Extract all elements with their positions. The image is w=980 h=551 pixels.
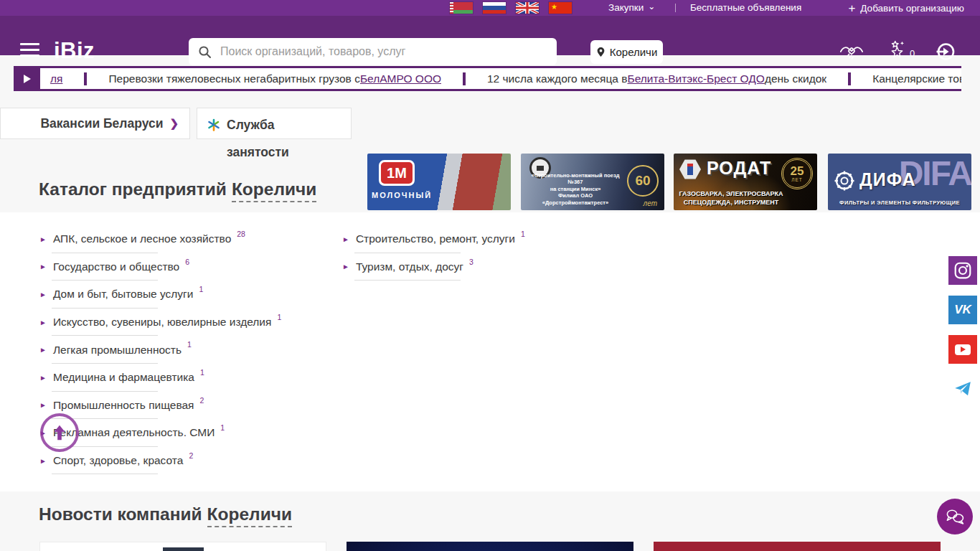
site-logo[interactable]: iBiz <box>54 38 95 64</box>
category-count: 1 <box>521 230 525 238</box>
category-column-left: АПК, сельское и лесное хозяйство28 Госуд… <box>39 225 341 474</box>
add-organization-link[interactable]: Добавить организацию <box>848 0 964 16</box>
catalog-section: АПК, сельское и лесное хозяйство28 Госуд… <box>0 212 980 491</box>
russia-flag-icon[interactable] <box>483 2 506 14</box>
ticker-play-icon[interactable] <box>14 68 40 89</box>
social-sidebar <box>948 256 977 414</box>
youtube-icon[interactable] <box>948 335 977 364</box>
login-icon[interactable] <box>935 42 956 65</box>
search-input[interactable] <box>219 44 547 59</box>
procurement-menu[interactable]: Закупки <box>608 0 655 16</box>
ticker-link[interactable]: Белита-Витэкс-Брест ОДО <box>627 72 764 85</box>
ticker-link[interactable]: БелАМРО ООО <box>360 72 441 85</box>
uk-flag-svg <box>516 2 539 14</box>
chevron-right-icon <box>169 117 179 130</box>
banner-smp-line3: Филиал ОАО «Дорстроймонтажтрест» <box>525 192 626 206</box>
category-label: Искусство, сувениры, ювелирные изделия <box>53 316 272 329</box>
news-card-logo <box>163 547 204 551</box>
category-household[interactable]: Дом и быт, бытовые услуги1 <box>39 281 341 309</box>
ticker-link[interactable]: ля <box>50 72 62 85</box>
belarus-flag-icon[interactable] <box>450 2 473 14</box>
category-label: Промышленность пищевая <box>53 399 194 412</box>
category-art[interactable]: Искусство, сувениры, ювелирные изделия1 <box>39 309 341 336</box>
catalog-title-prefix: Каталог предприятий <box>39 179 227 199</box>
category-label: Медицина и фармацевтика <box>53 371 194 384</box>
banner-1m-molochny[interactable]: 1М МОЛОЧНЫЙ <box>367 154 511 210</box>
ticker-text: 12 числа каждого месяца в <box>487 72 627 85</box>
banner-difa-title: ДИФА <box>859 169 916 190</box>
category-construction[interactable]: Строительство, ремонт, услуги1 <box>342 225 644 253</box>
news-card[interactable] <box>347 542 633 551</box>
category-count: 6 <box>185 258 189 266</box>
vk-icon[interactable] <box>948 296 977 324</box>
category-count: 2 <box>199 396 204 405</box>
tab-vacancies-belarus[interactable]: Вакансии Беларуси <box>0 108 190 139</box>
top-strip: Закупки Бесплатные объявления Добавить о… <box>0 0 980 16</box>
ticker-segment: Канцелярские товар <box>872 72 961 85</box>
category-count: 2 <box>189 451 193 460</box>
tab-employment-label: Служба занятости <box>227 111 301 166</box>
favorites-stars-icon[interactable]: 0 <box>887 39 915 60</box>
tab-employment-service[interactable]: Служба занятости <box>197 108 352 139</box>
instagram-icon[interactable] <box>948 256 977 285</box>
banner-rodat-badge: 25 ЛЕТ <box>781 158 813 189</box>
scroll-to-top-button[interactable] <box>40 413 79 452</box>
news-card[interactable] <box>39 542 326 551</box>
ticker-text: Канцелярские товар <box>872 72 961 85</box>
category-count: 3 <box>469 258 473 266</box>
arrow-up-icon <box>49 422 70 443</box>
category-sport[interactable]: Спорт, здоровье, красота2 <box>39 447 341 475</box>
category-light-industry[interactable]: Легкая промышленность1 <box>39 336 341 364</box>
banner-smp-line1: «Строительно-монтажный поезд №367 <box>525 172 626 186</box>
category-count: 1 <box>199 285 203 293</box>
chat-widget-button[interactable] <box>937 499 973 534</box>
banner-rodat-badge-sub: ЛЕТ <box>791 177 803 182</box>
banner-difa[interactable]: DIFA ДИФА ФИЛЬТРЫ И ЭЛЕМЕНТЫ ФИЛЬТРУЮЩИЕ <box>828 154 971 210</box>
ticker-segment: ля <box>50 72 62 85</box>
category-count: 1 <box>200 368 204 377</box>
telegram-icon[interactable] <box>948 375 977 403</box>
banner-rodat[interactable]: РОДАТ 25 ЛЕТ ГАЗОСВАРКА, ЭЛЕКТРОСВАРКА С… <box>674 154 817 210</box>
category-government[interactable]: Государство и общество6 <box>39 253 341 281</box>
ticker-text: день скидок <box>765 72 826 85</box>
category-medicine[interactable]: Медицина и фармацевтика1 <box>39 364 341 392</box>
category-label: Спорт, здоровье, красота <box>53 454 183 467</box>
language-flags <box>450 2 572 14</box>
uk-flag-icon[interactable] <box>516 2 539 14</box>
news-city-link[interactable]: Кореличи <box>207 504 292 527</box>
category-count: 1 <box>277 313 281 321</box>
banner-rodat-badge-number: 25 <box>791 166 804 177</box>
ticker-text: Перевозки тяжеловесных негабаритных груз… <box>108 72 359 85</box>
employment-service-icon <box>207 118 220 131</box>
partnership-handshake-icon[interactable] <box>838 41 865 65</box>
banner-smp-badge-sub: лет <box>644 199 657 207</box>
category-column-right: Строительство, ремонт, услуги1 Туризм, о… <box>342 225 644 281</box>
free-ads-link[interactable]: Бесплатные объявления <box>690 0 801 16</box>
category-tourism[interactable]: Туризм, отдых, досуг3 <box>342 253 644 281</box>
category-advertising[interactable]: Рекламная деятельность. СМИ1 <box>39 419 341 447</box>
category-count: 28 <box>237 230 245 238</box>
page: Закупки Бесплатные объявления Добавить о… <box>0 0 980 551</box>
banner-1m-subtitle: МОЛОЧНЫЙ <box>372 191 432 199</box>
catalog-title: Каталог предприятийКореличи <box>39 179 316 199</box>
news-title-prefix: Новости компаний <box>39 504 202 524</box>
china-flag-icon[interactable] <box>549 2 572 14</box>
favorites-count: 0 <box>910 48 915 59</box>
banner-rodat-welder-icon <box>679 159 701 180</box>
banner-rodat-line2: СПЕЦОДЕЖДА, ИНСТРУМЕНТ <box>674 198 788 207</box>
ticker-segment: 12 числа каждого месяца в Белита-Витэкс-… <box>487 72 826 85</box>
category-count: 1 <box>187 340 192 349</box>
news-card[interactable] <box>654 542 941 551</box>
category-food-industry[interactable]: Промышленность пищевая2 <box>39 392 341 420</box>
catalog-city-link[interactable]: Кореличи <box>232 179 316 202</box>
banner-dorstroymontazhtrest[interactable]: 60 лет «Строительно-монтажный поезд №367… <box>521 154 664 210</box>
search-bar <box>189 38 557 65</box>
hamburger-menu-icon[interactable] <box>20 43 39 57</box>
banner-rodat-title: РОДАТ <box>707 158 771 179</box>
banner-smp-line2: на станции Минск» <box>525 186 626 193</box>
category-apk[interactable]: АПК, сельское и лесное хозяйство28 <box>39 225 341 253</box>
location-selector[interactable]: Кореличи <box>590 40 663 64</box>
banner-difa-gear-icon <box>834 170 855 192</box>
banner-difa-subtitle: ФИЛЬТРЫ И ЭЛЕМЕНТЫ ФИЛЬТРУЮЩИЕ <box>828 199 971 206</box>
topbar-divider <box>675 4 676 12</box>
